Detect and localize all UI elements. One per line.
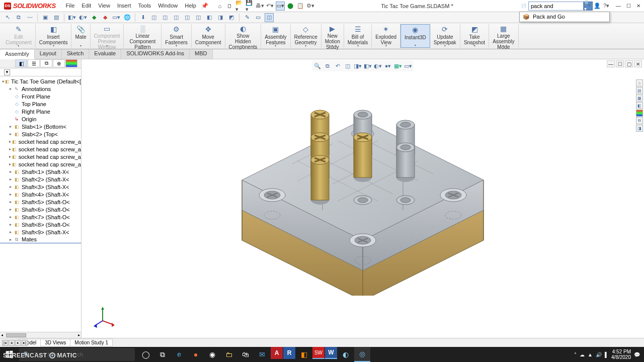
tree-expand-icon[interactable]: ▸ — [8, 147, 12, 151]
ribbon-exploded-view[interactable]: ✶ExplodedView▾ — [372, 24, 400, 48]
app-screencast-icon[interactable]: ◎ — [354, 347, 370, 362]
search-scope-icon[interactable]: 📄 — [519, 2, 528, 11]
app-mail-icon[interactable]: ✉ — [254, 347, 270, 362]
qat-sheet-icon[interactable]: ▭ — [254, 13, 263, 22]
tree-item[interactable]: ▸◧socket head cap screw_a — [0, 160, 81, 168]
ribbon-smart-fasteners[interactable]: ⚙SmartFasteners▾ — [162, 24, 191, 48]
menu-insert[interactable]: Insert — [114, 2, 134, 11]
cm-tab-assembly[interactable]: Assembly — [0, 50, 35, 59]
tree-item[interactable]: ▸◧Slab<2> (Top< — [0, 130, 81, 138]
ft-tab-features-icon[interactable]: ◧ — [15, 59, 27, 67]
ft-tab-dim-icon[interactable]: ⊕ — [53, 59, 65, 67]
graphics-viewport[interactable]: — ☐ ▢ ✕ 🔍 ⧉ ↶ ◫ ◨▾ ◧▾ ◐▾ ●▾ ▦▾ ▭▾ ⌂ ▤ ▦ … — [82, 59, 644, 338]
tree-expand-icon[interactable]: ▸ — [8, 237, 13, 242]
maximize-button[interactable]: ☐ — [624, 2, 633, 10]
ribbon-update-speedpak[interactable]: ⟳UpdateSpeedpak▾ — [430, 24, 460, 48]
hide-show-icon[interactable]: ◐▾ — [373, 61, 382, 70]
qat-iso2-icon[interactable]: ◨ — [216, 13, 225, 22]
ribbon-take-snapshot[interactable]: ◩TakeSnapshot▾ — [460, 24, 489, 48]
qat-v1-icon[interactable]: ◫ — [149, 13, 158, 22]
tree-expand-icon[interactable]: ▸ — [8, 230, 13, 234]
app-misc1-icon[interactable]: ◐ — [338, 347, 354, 362]
tree-item[interactable]: ▸◧Shaft<1> (Shaft-X< — [0, 168, 81, 175]
tree-expand-icon[interactable]: ▸ — [8, 169, 13, 174]
scroll-thumb[interactable] — [6, 333, 26, 337]
tree-expand-icon[interactable]: ▸ — [8, 222, 13, 227]
ft-tab-appear-icon[interactable] — [65, 59, 77, 67]
cm-tab-layout[interactable]: Layout — [35, 49, 62, 59]
app-firefox-icon[interactable]: ● — [188, 347, 204, 362]
doc-close-button[interactable]: ✕ — [634, 60, 642, 67]
tree-item[interactable]: ▸◧Slab<1> (Bottom< — [0, 123, 81, 130]
ribbon-mate[interactable]: 📎Mate▾ — [71, 24, 90, 48]
tab-prev-icon[interactable]: ◂ — [9, 340, 15, 346]
tree-item[interactable]: ▸◧Shaft<8> (Shaft-O< — [0, 221, 81, 228]
prev-view-icon[interactable]: ↶ — [333, 61, 342, 70]
qat-pen-icon[interactable]: ✎ — [243, 13, 252, 22]
sp-prop-icon[interactable]: ▦ — [636, 95, 643, 102]
task-view-icon[interactable]: ⧉ — [154, 347, 171, 362]
tree-item[interactable]: ◇Right Plane — [0, 108, 81, 115]
ribbon-assembly-features[interactable]: ▣AssemblyFeatures▾ — [261, 24, 290, 48]
qat-g1-icon[interactable]: ◆ — [90, 13, 99, 22]
app-store-icon[interactable]: 🛍 — [237, 347, 254, 362]
feature-tree-scrollbar[interactable]: ◂ ▸ — [0, 332, 81, 338]
search-suggestion-item[interactable]: 📦 Pack and Go — [520, 12, 609, 22]
ribbon-reference-geometry[interactable]: ◇ReferenceGeometry▾ — [291, 24, 321, 48]
login-icon[interactable]: 👤 — [593, 2, 602, 11]
sp-custom-icon[interactable]: ⧉ — [636, 117, 643, 124]
qat-3dbox-icon[interactable]: ◫ — [265, 13, 274, 22]
tree-item[interactable]: ↳Origin — [0, 115, 81, 123]
search-input[interactable] — [528, 2, 584, 11]
orientation-triad-icon[interactable] — [94, 306, 116, 328]
bottom-tab-3dviews[interactable]: 3D Views — [40, 339, 70, 346]
sp-appear-icon[interactable] — [636, 110, 643, 117]
cm-tab-solidworks-add-ins[interactable]: SOLIDWORKS Add-Ins — [121, 49, 190, 59]
bottom-tab-motion[interactable]: Motion Study 1 — [70, 339, 113, 346]
tree-item[interactable]: ◇Front Plane — [0, 93, 81, 100]
tree-expand-icon[interactable]: ▸ — [8, 139, 12, 144]
ribbon-instant3d[interactable]: ◉Instant3D▾ — [400, 24, 430, 48]
ribbon-linear-component-pattern[interactable]: ░Linear ComponentPattern▾ — [124, 24, 162, 48]
tray-battery-icon[interactable]: ▌ — [605, 352, 608, 357]
qat-iso3-icon[interactable]: ◩ — [227, 13, 236, 22]
sp-home-icon[interactable]: ⌂ — [636, 79, 643, 86]
app-cam-icon[interactable]: ◧ — [296, 347, 312, 362]
tree-item[interactable]: ▸◧Shaft<6> (Shaft-O< — [0, 206, 81, 213]
tree-expand-icon[interactable]: ▸ — [8, 185, 13, 189]
qat-down-icon[interactable]: ⬇ — [138, 13, 147, 22]
menu-view[interactable]: View — [95, 2, 113, 11]
tree-item[interactable]: ▸◧Shaft<5> (Shaft-O< — [0, 198, 81, 206]
tree-item[interactable]: ◇Top Plane — [0, 100, 81, 108]
tree-item[interactable]: ▸◧Shaft<9> (Shaft-X< — [0, 228, 81, 236]
tray-notif-icon[interactable]: 💬 — [634, 352, 640, 357]
cm-tab-evaluate[interactable]: Evaluate — [89, 49, 121, 59]
tree-item[interactable]: ▸◧Shaft<3> (Shaft-X< — [0, 183, 81, 191]
tree-item[interactable]: ▸◧Shaft<2> (Shaft-X< — [0, 175, 81, 183]
qat-wave-icon[interactable]: 〰 — [25, 13, 34, 22]
qat-box2-icon[interactable]: ▧ — [52, 13, 61, 22]
minimize-button[interactable]: — — [614, 2, 623, 10]
menu-pin-icon[interactable]: 📌 — [200, 2, 209, 11]
qat-sphere-icon[interactable]: ◐▾ — [78, 13, 88, 22]
tree-expand-icon[interactable]: ▸ — [8, 215, 13, 219]
menu-tools[interactable]: Tools — [135, 2, 154, 11]
tree-expand-icon[interactable]: ▸ — [8, 162, 12, 166]
app-solidworks-icon[interactable]: SW — [312, 347, 325, 359]
qat-cube-icon[interactable]: ◧▾ — [67, 13, 76, 22]
display-style-icon[interactable]: ◧▾ — [363, 61, 372, 70]
ribbon-new-motion-study[interactable]: ▶NewMotionStudy▾ — [321, 24, 344, 48]
tree-item[interactable]: ▸◧Shaft<7> (Shaft-O< — [0, 213, 81, 221]
tree-item[interactable]: ▸◧socket head cap screw_a — [0, 145, 81, 153]
tree-item[interactable]: ▸◧socket head cap screw_a — [0, 153, 81, 160]
tree-expand-icon[interactable]: ▸ — [8, 192, 13, 197]
tree-item[interactable]: ▸⧉Mates — [0, 236, 81, 243]
tray-up-icon[interactable]: ˄ — [574, 352, 577, 357]
qat-globe-icon[interactable]: 🌐 — [123, 13, 132, 22]
cm-tab-mbd[interactable]: MBD — [190, 49, 212, 59]
qat-magnet-icon[interactable]: ⧉ — [14, 13, 23, 22]
qat-v2-icon[interactable]: ◫ — [160, 13, 170, 22]
qat-g2-icon[interactable]: ◆ — [101, 13, 110, 22]
tree-expand-icon[interactable]: ▸ — [8, 132, 13, 136]
tab-first-icon[interactable]: |◂ — [2, 340, 8, 346]
